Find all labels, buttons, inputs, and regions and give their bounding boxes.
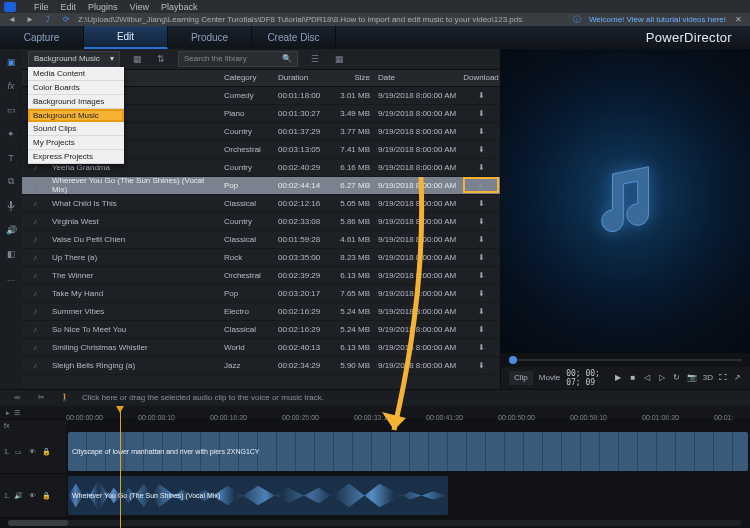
tab-capture[interactable]: Capture — [0, 26, 84, 49]
media-room-icon[interactable]: ▣ — [4, 55, 18, 69]
timeline-scrollbar[interactable] — [0, 518, 750, 528]
3d-icon[interactable]: 3D — [703, 370, 713, 386]
snapshot-icon[interactable]: 📷 — [687, 370, 697, 386]
table-row[interactable]: ♪Virginia WestCountry00:02:33:085.86 MB9… — [22, 213, 500, 231]
track-lock-icon[interactable]: 🔒 — [42, 491, 52, 501]
col-duration[interactable]: Duration — [276, 73, 328, 82]
audio-track[interactable]: 1. 🔊 👁 🔒 Wherever You Go (The Sun Shines… — [0, 474, 750, 518]
stop-icon[interactable]: ■ — [629, 370, 638, 386]
col-date[interactable]: Date — [374, 73, 462, 82]
video-track[interactable]: 1. ▭ 👁 🔒 Cityscape of lower manhattan an… — [0, 430, 750, 474]
fx-room-icon[interactable]: fx — [4, 79, 18, 93]
particle-room-icon[interactable]: ✦ — [4, 127, 18, 141]
playhead[interactable] — [120, 406, 121, 528]
download-button[interactable]: ⬇ — [462, 253, 500, 262]
chapter-room-icon[interactable]: ◧ — [4, 247, 18, 261]
menu-playback[interactable]: Playback — [161, 2, 198, 12]
prev-frame-icon[interactable]: ◁ — [643, 370, 652, 386]
cut-icon[interactable]: ✂ — [34, 391, 48, 405]
up-icon[interactable]: ⤴ — [42, 14, 54, 26]
dropdown-item[interactable]: My Projects — [28, 136, 124, 150]
movie-mode[interactable]: Movie — [539, 373, 560, 382]
download-button[interactable]: ⬇ — [462, 217, 500, 226]
table-row[interactable]: ♪Summer VibesElectro00:02:16:295.24 MB9/… — [22, 303, 500, 321]
back-icon[interactable]: ◄ — [6, 14, 18, 26]
table-row[interactable]: ♪Valse Du Petit ChienClassical00:01:59:2… — [22, 231, 500, 249]
library-dropdown[interactable]: Background Music▾ Media Content Color Bo… — [28, 51, 120, 67]
ruler-collapse-icon[interactable]: ▸ — [6, 409, 10, 417]
close-welcome-icon[interactable]: ✕ — [732, 14, 744, 26]
track-video-icon[interactable]: ▭ — [14, 447, 24, 457]
table-row[interactable]: ♪So Nice To Meet YouClassical00:02:16:29… — [22, 321, 500, 339]
download-button-highlight[interactable]: ✓ — [463, 177, 499, 193]
audio-room-icon[interactable] — [4, 199, 18, 213]
voice-room-icon[interactable]: 🔊 — [4, 223, 18, 237]
tab-edit[interactable]: Edit — [84, 26, 168, 49]
dropdown-item-selected[interactable]: Background Music — [28, 109, 124, 122]
refresh-icon[interactable]: ⟳ — [60, 14, 72, 26]
download-button[interactable]: ⬇ — [462, 271, 500, 280]
download-button[interactable]: ⬇ — [462, 91, 500, 100]
track-lock-icon[interactable]: 🔒 — [42, 447, 52, 457]
preview-progress[interactable] — [501, 353, 750, 367]
table-row[interactable]: ♪Take My HandPop00:03:20:177.65 MB9/19/2… — [22, 285, 500, 303]
track-visible-icon[interactable]: 👁 — [28, 447, 38, 457]
download-button[interactable]: ⬇ — [462, 289, 500, 298]
menu-view[interactable]: View — [130, 2, 149, 12]
dropdown-item[interactable]: Background Images — [28, 95, 124, 109]
audio-clip[interactable]: Wherever You Go (The Sun Shines) (Vocal … — [68, 476, 448, 515]
list-view-icon[interactable]: ☰ — [308, 52, 322, 66]
tab-create-disc[interactable]: Create Disc — [252, 26, 336, 49]
download-button[interactable]: ⬇ — [462, 235, 500, 244]
download-button[interactable]: ⬇ — [462, 199, 500, 208]
play-icon[interactable]: ▶ — [614, 370, 623, 386]
download-button[interactable]: ⬇ — [462, 361, 500, 370]
download-button[interactable]: ⬇ — [462, 109, 500, 118]
subtitle-room-icon[interactable]: … — [4, 271, 18, 285]
dropdown-item[interactable]: Media Content — [28, 67, 124, 81]
table-row[interactable]: ♪Smiling Christmas WhistlerWorld00:02:40… — [22, 339, 500, 357]
col-download[interactable]: Download — [462, 73, 500, 82]
link-icon[interactable]: ∞ — [10, 391, 24, 405]
next-frame-icon[interactable]: ▷ — [658, 370, 667, 386]
transition-room-icon[interactable]: ⧉ — [4, 175, 18, 189]
filter-icon[interactable]: ▦ — [130, 52, 144, 66]
loop-icon[interactable]: ↻ — [672, 370, 681, 386]
search-input[interactable]: Search the library🔍 — [178, 51, 298, 67]
video-clip[interactable]: Cityscape of lower manhattan and river w… — [68, 432, 748, 471]
menu-plugins[interactable]: Plugins — [88, 2, 118, 12]
track-audio-icon[interactable]: 🔊 — [14, 491, 24, 501]
dropdown-item[interactable]: Sound Clips — [28, 122, 124, 136]
timeline-ruler[interactable]: ▸ ☰ 00:00:00:0000:00:08:1000:00:16:2000:… — [0, 406, 750, 420]
table-row[interactable]: ♪What Child Is ThisClassical00:02:12:165… — [22, 195, 500, 213]
dropdown-item[interactable]: Express Projects — [28, 150, 124, 164]
track-visible-icon[interactable]: 👁 — [28, 491, 38, 501]
info-icon[interactable]: ⓘ — [571, 14, 583, 26]
table-row[interactable]: ♪Wherever You Go (The Sun Shines) (Vocal… — [22, 177, 500, 195]
download-button[interactable]: ⬇ — [462, 307, 500, 316]
sort-icon[interactable]: ⇅ — [154, 52, 168, 66]
download-button[interactable]: ⬇ — [462, 127, 500, 136]
fullscreen-icon[interactable]: ⛶ — [719, 370, 728, 386]
forward-icon[interactable]: ► — [24, 14, 36, 26]
dropdown-item[interactable]: Color Boards — [28, 81, 124, 95]
download-button[interactable]: ⬇ — [462, 145, 500, 154]
menu-file[interactable]: File — [34, 2, 49, 12]
table-row[interactable]: ♪The WinnerOrchestral00:02:39:296.13 MB9… — [22, 267, 500, 285]
download-button[interactable]: ⬇ — [462, 343, 500, 352]
menu-edit[interactable]: Edit — [61, 2, 77, 12]
col-category[interactable]: Category — [220, 73, 276, 82]
table-row[interactable]: ♪Up There (a)Rock00:03:35:008.23 MB9/19/… — [22, 249, 500, 267]
walk-icon[interactable]: 🚶 — [58, 391, 72, 405]
pip-room-icon[interactable]: ▭ — [4, 103, 18, 117]
download-button[interactable]: ✓ — [462, 177, 500, 193]
table-row[interactable]: ♪Sleigh Bells Ringing (a)Jazz00:02:34:29… — [22, 357, 500, 375]
clip-mode[interactable]: Clip — [509, 371, 533, 385]
download-button[interactable]: ⬇ — [462, 325, 500, 334]
col-size[interactable]: Size — [328, 73, 374, 82]
download-button[interactable]: ⬇ — [462, 163, 500, 172]
tab-produce[interactable]: Produce — [168, 26, 252, 49]
grid-view-icon[interactable]: ▦ — [332, 52, 346, 66]
undock-icon[interactable]: ↗ — [733, 370, 742, 386]
welcome-link[interactable]: Welcome! View all tutorial videos here! — [589, 15, 726, 24]
